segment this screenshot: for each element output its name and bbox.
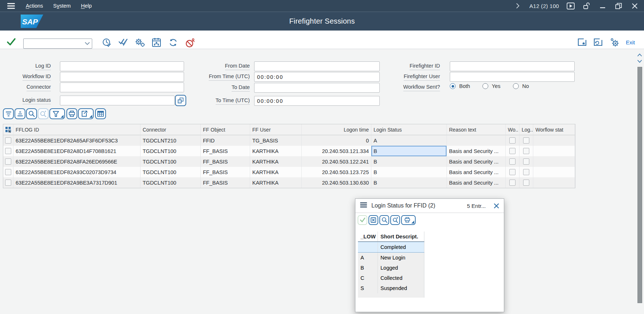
dialog-accept-button[interactable] (358, 215, 367, 225)
cell-login-status[interactable]: B (371, 156, 447, 167)
list-item[interactable]: Completed (358, 242, 424, 253)
cell-logon-time[interactable]: 20.240.503.121.334 (302, 146, 371, 156)
dialog-find-button[interactable] (379, 215, 389, 225)
export-button[interactable] (78, 108, 94, 119)
unlocked-padlock-icon[interactable] (582, 1, 591, 10)
filter-button[interactable] (49, 108, 65, 119)
col-header-login-status[interactable]: Login Status (371, 124, 447, 135)
col-header-connector[interactable]: Connector (140, 124, 201, 135)
sort-descending-button[interactable] (15, 108, 25, 119)
col-header-wo[interactable]: Wo.. (506, 124, 519, 135)
command-input[interactable] (24, 40, 82, 48)
row-select-checkbox[interactable] (5, 180, 11, 186)
find-next-button[interactable] (38, 108, 49, 119)
radio-yes[interactable] (482, 83, 488, 89)
col-header-ff-user[interactable]: FF User (250, 124, 302, 135)
cell-fflog-id[interactable]: 63E22A55BE8E1EDF82A9BE3A7317D901 (13, 177, 140, 188)
scroll-down-icon[interactable] (637, 59, 642, 64)
cell-ff-object[interactable]: FF_BASIS (201, 177, 250, 188)
firefighter-user-input[interactable] (450, 72, 575, 82)
clock-check-icon[interactable] (102, 38, 111, 47)
cell-reason-text[interactable]: Basis and Security ... (447, 156, 506, 167)
dialog-cancel-button[interactable] (368, 215, 378, 225)
dialog-find-next-button[interactable] (390, 215, 400, 225)
wo-checkbox[interactable] (509, 180, 515, 186)
refresh-icon[interactable] (168, 38, 178, 47)
log-checkbox[interactable] (523, 180, 529, 186)
radio-both[interactable] (450, 83, 456, 89)
log-checkbox[interactable] (523, 169, 529, 175)
log-id-input[interactable] (60, 61, 184, 71)
replace-session-icon[interactable] (593, 38, 603, 47)
restore-window-button[interactable] (614, 1, 623, 10)
cell-fflog-id[interactable]: 63E22A55BE8E1EDF82A93C02073D9734 (13, 167, 140, 177)
verify-edit-icon[interactable] (118, 38, 129, 47)
cell-ff-user[interactable]: KARTHIKA (250, 146, 302, 156)
col-header-logon-time[interactable]: Logon time (302, 124, 371, 135)
wo-checkbox[interactable] (509, 158, 515, 165)
cell-fflog-id[interactable]: 63E22A55BE8E1EDF82A8FA26ED69566E (13, 156, 140, 167)
cell-login-status[interactable]: A (371, 135, 447, 146)
col-header-reason-text[interactable]: Reason text (447, 124, 506, 135)
enter-check-icon[interactable] (7, 38, 16, 46)
scroll-up-icon[interactable] (637, 52, 642, 57)
select-all-icon[interactable] (3, 124, 13, 135)
cell-ff-user[interactable]: KARTHIKA (250, 177, 302, 188)
log-checkbox[interactable] (523, 137, 529, 144)
col-header-log[interactable]: Log.. (519, 124, 533, 135)
cell-logon-time[interactable]: 20.240.503.130.630 (302, 177, 371, 188)
cell-ff-object[interactable]: FF_BASIS (201, 156, 250, 167)
col-header-ff-object[interactable]: FF Object (201, 124, 250, 135)
from-time-input[interactable] (254, 72, 380, 82)
cell-login-status[interactable]: B (371, 167, 447, 177)
cell-logon-time[interactable]: 20.240.503.123.725 (302, 167, 371, 177)
cell-workflow-stat[interactable] (533, 177, 575, 188)
cell-ff-user[interactable]: KARTHIKA (250, 156, 302, 167)
wo-checkbox[interactable] (509, 169, 515, 175)
cell-reason-text[interactable] (447, 135, 506, 146)
cell-ff-object[interactable]: FFID (201, 135, 250, 146)
to-date-input[interactable] (254, 83, 380, 93)
scrollbar-thumb[interactable] (637, 67, 642, 303)
cell-connector[interactable]: TGDCLNT100 (140, 146, 201, 156)
command-dropdown-icon[interactable] (82, 42, 92, 45)
cell-ff-user[interactable]: TG_BASIS (250, 135, 302, 146)
from-date-input[interactable] (254, 61, 380, 71)
connector-input[interactable] (60, 82, 184, 92)
wo-checkbox[interactable] (509, 137, 515, 144)
cell-workflow-stat[interactable] (533, 156, 575, 167)
cell-login-status-selected[interactable]: B (371, 146, 447, 156)
cell-workflow-stat[interactable] (533, 146, 575, 156)
list-item[interactable]: A New Login (358, 253, 424, 263)
col-header-fflog-id[interactable]: FFLOG ID (13, 124, 140, 135)
cell-workflow-stat[interactable] (533, 167, 575, 177)
cell-connector[interactable]: TGDCLNT100 (140, 177, 201, 188)
cell-logon-time[interactable]: 0 (302, 135, 371, 146)
gui-scripting-icon[interactable] (566, 1, 575, 10)
row-select-checkbox[interactable] (5, 137, 11, 144)
menu-item-help[interactable]: Help (81, 3, 92, 9)
cell-fflog-id[interactable]: 63E22A55BE8E1EDF82A8D14F708B1621 (13, 146, 140, 156)
list-item[interactable]: C Collected (358, 273, 424, 283)
list-item[interactable]: B Logged (358, 263, 424, 273)
dialog-close-icon[interactable] (494, 203, 499, 209)
cell-connector[interactable]: TGDCLNT100 (140, 167, 201, 177)
variant-calendar-icon[interactable] (152, 38, 161, 47)
grid-view-button[interactable] (95, 108, 106, 119)
row-select-checkbox[interactable] (5, 148, 11, 154)
expand-chevron-icon[interactable] (513, 1, 522, 10)
row-select-checkbox[interactable] (5, 169, 11, 175)
close-button[interactable] (630, 1, 639, 10)
login-status-input[interactable] (60, 96, 175, 105)
settings-gears-icon[interactable] (610, 38, 619, 47)
cell-connector[interactable]: TGDCLNT100 (140, 156, 201, 167)
print-button[interactable] (66, 108, 77, 119)
cell-login-status[interactable]: B (371, 177, 447, 188)
gears-icon[interactable] (135, 38, 145, 47)
log-checkbox[interactable] (523, 158, 529, 165)
cell-ff-object[interactable]: FF_BASIS (201, 167, 250, 177)
hamburger-menu-icon[interactable] (7, 3, 15, 9)
find-button[interactable] (26, 108, 37, 119)
wo-checkbox[interactable] (509, 148, 515, 154)
dialog-menu-icon[interactable] (360, 202, 367, 209)
